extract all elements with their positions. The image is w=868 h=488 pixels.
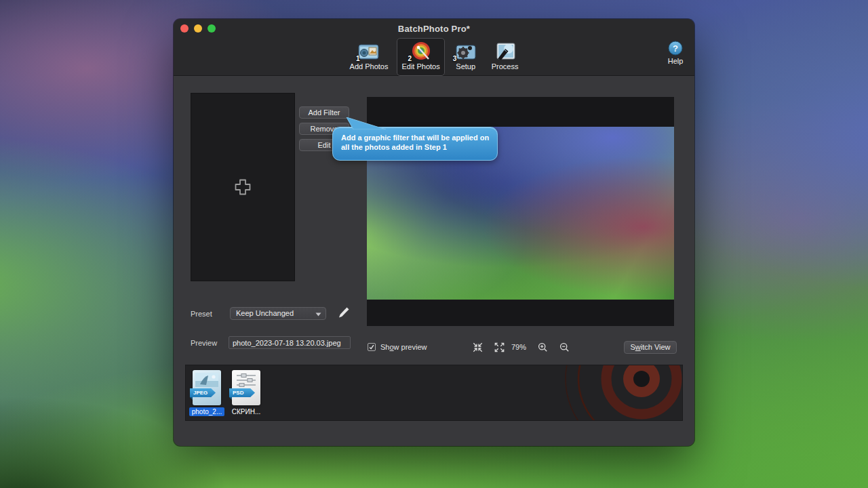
zoom-out-icon xyxy=(559,342,570,352)
add-photos-icon: 1 xyxy=(357,41,381,62)
step-badge: 2 xyxy=(408,55,412,62)
help-icon: ? xyxy=(663,40,688,56)
desktop-background: { "window": { "title": "BatchPhoto Pro*"… xyxy=(0,0,868,488)
zoom-level: 79% xyxy=(511,343,526,351)
jpeg-file-icon: JPEG xyxy=(193,370,221,405)
tooltip-text-line2: all the photos added in Step 1 xyxy=(341,142,492,152)
svg-text:?: ? xyxy=(673,43,678,54)
show-preview-checkbox[interactable] xyxy=(368,343,376,351)
collapse-arrows-icon xyxy=(473,342,483,352)
switch-view-button[interactable]: Switch View xyxy=(624,341,677,354)
filmstrip: JPEG photo_2... xyxy=(185,365,683,421)
filmstrip-item-psd[interactable]: PSD СКРИН... xyxy=(226,370,266,416)
expand-arrows-icon xyxy=(494,342,505,352)
preview-label: Preview xyxy=(191,339,217,347)
bullseye-watermark xyxy=(538,365,683,421)
tab-edit-photos[interactable]: 2 Edit Photos xyxy=(397,38,444,76)
preview-filename-input[interactable] xyxy=(229,336,351,349)
pencil-icon xyxy=(338,306,350,319)
main-toolbar: 1 Add Photos 2 Edit xyxy=(174,38,694,76)
step-badge: 3 xyxy=(453,55,457,62)
jpeg-thumbnail-art xyxy=(195,373,218,387)
filmstrip-item-jpeg[interactable]: JPEG photo_2... xyxy=(187,370,226,416)
preset-label: Preset xyxy=(191,310,212,318)
tab-add-photos[interactable]: 1 Add Photos xyxy=(345,38,393,76)
step-badge: 1 xyxy=(356,55,360,62)
add-plus-icon xyxy=(233,177,253,197)
edit-preset-button[interactable] xyxy=(336,306,351,320)
checkmark-icon xyxy=(368,343,375,351)
zoom-out-button[interactable] xyxy=(559,342,570,353)
filmstrip-item-name: СКРИН... xyxy=(229,407,263,416)
preset-value: Keep Unchanged xyxy=(236,309,294,317)
tab-setup[interactable]: 3 Setup xyxy=(449,38,483,76)
tooltip-pointer xyxy=(337,117,391,129)
edit-photos-icon: 2 xyxy=(409,41,433,62)
ribbon-fold xyxy=(190,397,193,400)
chevron-down-icon xyxy=(315,312,321,317)
jpeg-ribbon: JPEG xyxy=(190,388,216,397)
tab-process[interactable]: Process xyxy=(487,38,524,76)
psd-sliders-art xyxy=(235,373,258,388)
preset-dropdown[interactable]: Keep Unchanged xyxy=(230,307,326,320)
window-title: BatchPhoto Pro* xyxy=(174,24,694,34)
actual-size-button[interactable] xyxy=(494,342,505,353)
zoom-in-button[interactable] xyxy=(537,342,548,353)
title-bar[interactable]: BatchPhoto Pro* xyxy=(174,19,694,38)
zoom-in-icon xyxy=(538,342,548,352)
window-header: BatchPhoto Pro* 1 Add Photos xyxy=(174,19,694,76)
show-preview-label: Show preview xyxy=(380,343,427,351)
fit-to-window-button[interactable] xyxy=(472,342,483,353)
filmstrip-item-name: photo_2... xyxy=(189,407,224,416)
psd-file-icon: PSD xyxy=(232,370,260,405)
filter-list-panel[interactable] xyxy=(191,93,295,281)
app-window: BatchPhoto Pro* 1 Add Photos xyxy=(174,19,694,446)
setup-icon: 3 xyxy=(454,41,478,62)
ribbon-fold xyxy=(229,397,232,400)
help-button[interactable]: ? Help xyxy=(663,40,688,65)
add-filter-tooltip: Add a graphic filter that will be applie… xyxy=(332,127,498,161)
process-icon xyxy=(493,41,517,62)
tooltip-text-line1: Add a graphic filter that will be applie… xyxy=(341,133,492,142)
psd-ribbon: PSD xyxy=(229,388,255,397)
